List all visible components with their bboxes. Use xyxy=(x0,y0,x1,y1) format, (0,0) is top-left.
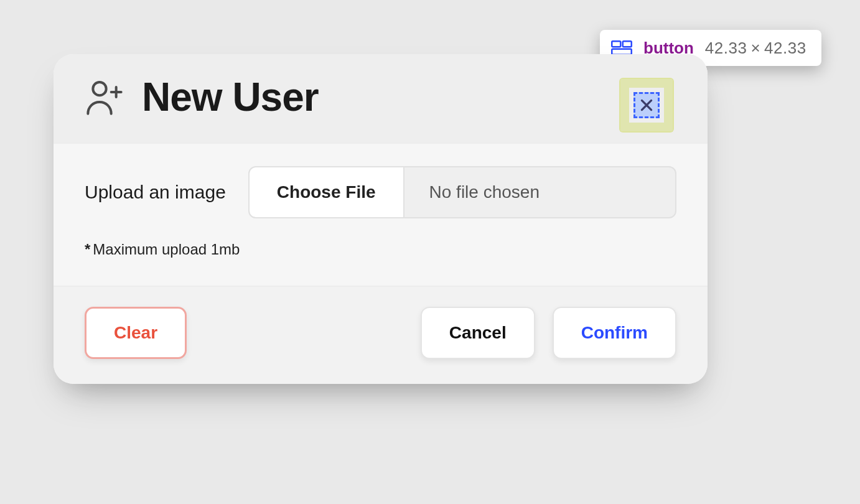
upload-row: Upload an image Choose File No file chos… xyxy=(85,166,676,218)
upload-hint: *Maximum upload 1mb xyxy=(85,241,676,258)
tooltip-dim-separator: × xyxy=(747,39,764,57)
choose-file-button[interactable]: Choose File xyxy=(250,167,404,217)
flex-container-icon xyxy=(611,40,632,55)
upload-label: Upload an image xyxy=(85,182,226,203)
svg-point-3 xyxy=(93,82,106,95)
tooltip-height: 42.33 xyxy=(764,39,806,57)
dialog-footer: Clear Cancel Confirm xyxy=(54,287,708,384)
tooltip-dimensions: 42.33×42.33 xyxy=(705,40,806,56)
tooltip-width: 42.33 xyxy=(705,39,747,57)
file-status: No file chosen xyxy=(404,167,675,217)
close-icon xyxy=(633,92,660,118)
add-user-icon xyxy=(85,77,124,117)
dialog-body: Upload an image Choose File No file chos… xyxy=(54,142,708,287)
upload-hint-text: Maximum upload 1mb xyxy=(93,241,240,258)
confirm-button[interactable]: Confirm xyxy=(553,307,676,359)
file-input[interactable]: Choose File No file chosen xyxy=(248,166,676,218)
dialog-header: New User xyxy=(54,54,708,142)
close-button[interactable] xyxy=(620,79,673,131)
dialog-title: New User xyxy=(142,74,319,120)
svg-rect-1 xyxy=(623,41,632,47)
new-user-dialog: New User Upload an image Choose File No … xyxy=(54,54,708,384)
clear-button[interactable]: Clear xyxy=(85,307,187,359)
cancel-button[interactable]: Cancel xyxy=(421,307,535,359)
required-asterisk: * xyxy=(85,241,90,258)
svg-rect-0 xyxy=(612,41,620,47)
